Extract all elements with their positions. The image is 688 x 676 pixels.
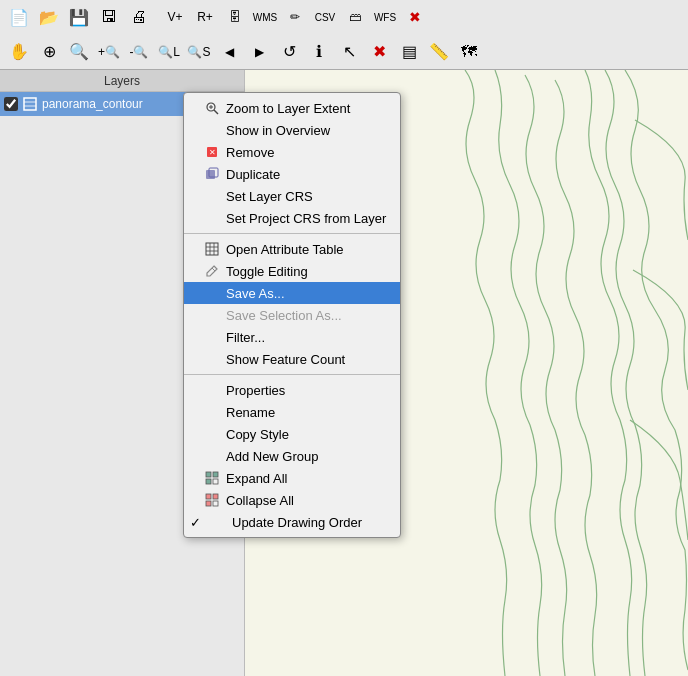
rename-label: Rename	[226, 405, 275, 420]
svg-rect-22	[213, 494, 218, 499]
remove-label: Remove	[226, 145, 274, 160]
set-project-crs-label: Set Project CRS from Layer	[226, 211, 386, 226]
menu-save-selection-as: Save Selection As...	[184, 304, 400, 326]
check-mark: ✓	[190, 515, 206, 530]
select-button[interactable]: ↖	[335, 38, 363, 66]
expand-all-icon	[204, 470, 220, 486]
separator-btn	[155, 3, 159, 31]
layer-name: panorama_contour	[42, 97, 143, 111]
add-wfs-button[interactable]: WFS	[371, 3, 399, 31]
attribute-table-icon	[204, 241, 220, 257]
save-as-label: Save As...	[226, 286, 285, 301]
svg-line-16	[212, 268, 215, 271]
refresh-button[interactable]: ↺	[275, 38, 303, 66]
filter-icon	[204, 329, 220, 345]
toolbar-row-2: ✋ ⊕ 🔍 +🔍 -🔍 🔍L 🔍S ◀ ▶ ↺ ℹ ↖ ✖ ▤ 📏 🗺	[0, 35, 688, 70]
menu-add-new-group[interactable]: Add New Group	[184, 445, 400, 467]
svg-rect-17	[206, 472, 211, 477]
separator-1	[184, 233, 400, 234]
menu-show-overview[interactable]: Show in Overview	[184, 119, 400, 141]
save-project-button[interactable]: 💾	[65, 3, 93, 31]
context-menu: Zoom to Layer Extent Show in Overview ✕ …	[183, 92, 401, 538]
save-as-project-button[interactable]: 🖫	[95, 3, 123, 31]
zoom-out-button[interactable]: -🔍	[125, 38, 153, 66]
add-spatialite-button[interactable]: 🗃	[341, 3, 369, 31]
svg-rect-20	[213, 479, 218, 484]
svg-rect-23	[206, 501, 211, 506]
new-shapefile-button[interactable]: ✏	[281, 3, 309, 31]
set-crs-icon	[204, 188, 220, 204]
remove-icon: ✕	[204, 144, 220, 160]
separator-2	[184, 374, 400, 375]
attribute-table-button[interactable]: ▤	[395, 38, 423, 66]
svg-rect-21	[206, 494, 211, 499]
add-csv-button[interactable]: CSV	[311, 3, 339, 31]
zoom-full-button[interactable]: 🔍	[65, 38, 93, 66]
open-project-button[interactable]: 📂	[35, 3, 63, 31]
duplicate-label: Duplicate	[226, 167, 280, 182]
layers-panel-title: Layers	[104, 74, 140, 88]
show-feature-count-label: Show Feature Count	[226, 352, 345, 367]
save-selection-as-label: Save Selection As...	[226, 308, 342, 323]
menu-set-layer-crs[interactable]: Set Layer CRS	[184, 185, 400, 207]
layer-visibility-checkbox[interactable]	[4, 97, 18, 111]
zoom-next-button[interactable]: ▶	[245, 38, 273, 66]
menu-expand-all[interactable]: Expand All	[184, 467, 400, 489]
zoom-in-button[interactable]: +🔍	[95, 38, 123, 66]
zoom-layer-button[interactable]: 🔍L	[155, 38, 183, 66]
menu-rename[interactable]: Rename	[184, 401, 400, 423]
add-new-group-label: Add New Group	[226, 449, 319, 464]
menu-set-project-crs[interactable]: Set Project CRS from Layer	[184, 207, 400, 229]
zoom-extent-icon	[204, 100, 220, 116]
menu-duplicate[interactable]: Duplicate	[184, 163, 400, 185]
show-overview-label: Show in Overview	[226, 123, 330, 138]
zoom-last-button[interactable]: ◀	[215, 38, 243, 66]
copy-style-icon	[204, 426, 220, 442]
menu-show-feature-count[interactable]: Show Feature Count	[184, 348, 400, 370]
menu-copy-style[interactable]: Copy Style	[184, 423, 400, 445]
tile-scale-button[interactable]: 🗺	[455, 38, 483, 66]
copy-style-label: Copy Style	[226, 427, 289, 442]
layers-panel-header: Layers	[0, 70, 244, 92]
svg-line-4	[214, 110, 218, 114]
zoom-selection-button[interactable]: 🔍S	[185, 38, 213, 66]
add-postgis-button[interactable]: 🗄	[221, 3, 249, 31]
toolbar-row-1: 📄 📂 💾 🖫 🖨 V+ R+ 🗄 WMS ✏ CSV 🗃 WFS ✖	[0, 0, 688, 35]
add-group-icon	[204, 448, 220, 464]
menu-open-attribute-table[interactable]: Open Attribute Table	[184, 238, 400, 260]
svg-rect-0	[24, 98, 36, 110]
menu-collapse-all[interactable]: Collapse All	[184, 489, 400, 511]
pan-map-button[interactable]: ⊕	[35, 38, 63, 66]
menu-save-as[interactable]: Save As...	[184, 282, 400, 304]
menu-zoom-to-extent[interactable]: Zoom to Layer Extent	[184, 97, 400, 119]
add-wms-button[interactable]: WMS	[251, 3, 279, 31]
menu-toggle-editing[interactable]: Toggle Editing	[184, 260, 400, 282]
collapse-all-label: Collapse All	[226, 493, 294, 508]
add-raster-button[interactable]: R+	[191, 3, 219, 31]
pan-button[interactable]: ✋	[5, 38, 33, 66]
zoom-to-extent-label: Zoom to Layer Extent	[226, 101, 350, 116]
filter-label: Filter...	[226, 330, 265, 345]
collapse-all-icon	[204, 492, 220, 508]
update-drawing-order-label: Update Drawing Order	[232, 515, 362, 530]
identify-button[interactable]: ℹ	[305, 38, 333, 66]
set-proj-crs-icon	[204, 210, 220, 226]
menu-update-drawing-order[interactable]: ✓ Update Drawing Order	[184, 511, 400, 533]
svg-rect-19	[206, 479, 211, 484]
new-project-button[interactable]: 📄	[5, 3, 33, 31]
deselect-button[interactable]: ✖	[365, 38, 393, 66]
set-layer-crs-label: Set Layer CRS	[226, 189, 313, 204]
add-vector-button[interactable]: V+	[161, 3, 189, 31]
menu-properties[interactable]: Properties	[184, 379, 400, 401]
measure-button[interactable]: 📏	[425, 38, 453, 66]
expand-all-label: Expand All	[226, 471, 287, 486]
print-button[interactable]: 🖨	[125, 3, 153, 31]
layer-type-icon	[22, 96, 38, 112]
svg-rect-18	[213, 472, 218, 477]
toolbar-area: 📄 📂 💾 🖫 🖨 V+ R+ 🗄 WMS ✏ CSV 🗃 WFS ✖ ✋ ⊕ …	[0, 0, 688, 70]
svg-rect-9	[206, 170, 215, 179]
remove-layer-button[interactable]: ✖	[401, 3, 429, 31]
menu-remove[interactable]: ✕ Remove	[184, 141, 400, 163]
menu-filter[interactable]: Filter...	[184, 326, 400, 348]
save-as-icon	[204, 285, 220, 301]
